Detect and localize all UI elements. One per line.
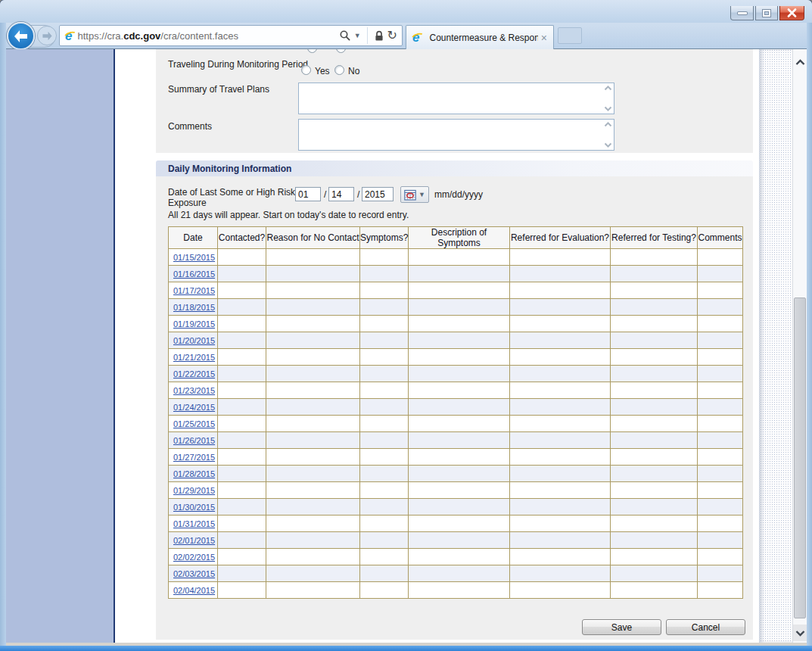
entry-cell[interactable] xyxy=(409,299,510,316)
entry-cell[interactable] xyxy=(698,382,743,399)
entry-cell[interactable] xyxy=(218,499,266,516)
entry-cell[interactable] xyxy=(360,449,409,466)
scroll-up-button[interactable] xyxy=(793,54,807,70)
search-caret-icon[interactable]: ▼ xyxy=(354,32,361,39)
entry-cell[interactable] xyxy=(698,499,743,516)
entry-cell[interactable] xyxy=(409,466,510,482)
entry-cell[interactable] xyxy=(510,482,611,499)
date-link[interactable]: 01/15/2015 xyxy=(173,253,215,262)
entry-cell[interactable] xyxy=(360,366,409,382)
entry-cell[interactable] xyxy=(409,349,510,366)
entry-cell[interactable] xyxy=(510,416,611,432)
entry-cell[interactable] xyxy=(510,299,611,316)
minimize-button[interactable] xyxy=(730,6,754,20)
entry-cell[interactable] xyxy=(698,366,743,382)
entry-cell[interactable] xyxy=(360,399,409,416)
date-link[interactable]: 01/16/2015 xyxy=(173,269,215,279)
date-link[interactable]: 01/19/2015 xyxy=(173,319,215,329)
date-link[interactable]: 01/20/2015 xyxy=(173,336,215,345)
entry-cell[interactable] xyxy=(510,282,611,299)
entry-cell[interactable] xyxy=(409,249,510,266)
entry-cell[interactable] xyxy=(360,482,409,499)
exposure-day-input[interactable] xyxy=(328,187,354,201)
entry-cell[interactable] xyxy=(698,299,743,316)
entry-cell[interactable] xyxy=(510,549,611,565)
entry-cell[interactable] xyxy=(266,282,360,299)
entry-cell[interactable] xyxy=(360,416,409,432)
entry-cell[interactable] xyxy=(698,449,743,466)
entry-cell[interactable] xyxy=(698,282,743,299)
entry-cell[interactable] xyxy=(698,549,743,565)
entry-cell[interactable] xyxy=(218,416,266,432)
entry-cell[interactable] xyxy=(360,332,409,349)
entry-cell[interactable] xyxy=(409,266,510,282)
entry-cell[interactable] xyxy=(360,549,409,565)
entry-cell[interactable] xyxy=(611,549,698,565)
entry-cell[interactable] xyxy=(266,332,360,349)
entry-cell[interactable] xyxy=(409,366,510,382)
entry-cell[interactable] xyxy=(611,332,698,349)
entry-cell[interactable] xyxy=(698,432,743,449)
entry-cell[interactable] xyxy=(409,332,510,349)
entry-cell[interactable] xyxy=(360,499,409,516)
entry-cell[interactable] xyxy=(218,382,266,399)
exposure-year-input[interactable] xyxy=(362,187,394,201)
entry-cell[interactable] xyxy=(698,466,743,482)
entry-cell[interactable] xyxy=(698,399,743,416)
date-link[interactable]: 01/22/2015 xyxy=(173,369,215,378)
entry-cell[interactable] xyxy=(409,532,510,549)
close-window-button[interactable] xyxy=(779,6,804,20)
entry-cell[interactable] xyxy=(611,565,698,582)
entry-cell[interactable] xyxy=(360,282,409,299)
entry-cell[interactable] xyxy=(266,499,360,516)
entry-cell[interactable] xyxy=(611,299,698,316)
save-button[interactable]: Save xyxy=(582,619,661,635)
forward-button[interactable] xyxy=(37,26,57,45)
entry-cell[interactable] xyxy=(266,266,360,282)
entry-cell[interactable] xyxy=(510,565,611,582)
radio-cutoff-right[interactable] xyxy=(336,49,346,53)
date-link[interactable]: 01/30/2015 xyxy=(173,503,215,512)
comments-textarea[interactable] xyxy=(298,119,614,151)
entry-cell[interactable] xyxy=(218,266,266,282)
date-link[interactable]: 01/31/2015 xyxy=(173,519,215,528)
entry-cell[interactable] xyxy=(611,516,698,532)
radio-yes[interactable] xyxy=(301,65,311,75)
entry-cell[interactable] xyxy=(510,432,611,449)
date-link[interactable]: 01/29/2015 xyxy=(173,486,215,495)
entry-cell[interactable] xyxy=(218,249,266,266)
entry-cell[interactable] xyxy=(218,565,266,582)
entry-cell[interactable] xyxy=(218,466,266,482)
entry-cell[interactable] xyxy=(409,399,510,416)
entry-cell[interactable] xyxy=(510,382,611,399)
back-button[interactable] xyxy=(7,22,35,50)
entry-cell[interactable] xyxy=(611,349,698,366)
entry-cell[interactable] xyxy=(360,299,409,316)
entry-cell[interactable] xyxy=(360,582,409,599)
date-link[interactable]: 01/23/2015 xyxy=(173,386,215,395)
entry-cell[interactable] xyxy=(266,466,360,482)
entry-cell[interactable] xyxy=(360,249,409,266)
entry-cell[interactable] xyxy=(218,299,266,316)
entry-cell[interactable] xyxy=(266,299,360,316)
entry-cell[interactable] xyxy=(611,316,698,332)
entry-cell[interactable] xyxy=(266,582,360,599)
entry-cell[interactable] xyxy=(611,382,698,399)
radio-no[interactable] xyxy=(334,65,344,75)
entry-cell[interactable] xyxy=(360,432,409,449)
entry-cell[interactable] xyxy=(218,432,266,449)
entry-cell[interactable] xyxy=(360,349,409,366)
cancel-button[interactable]: Cancel xyxy=(666,619,745,635)
entry-cell[interactable] xyxy=(360,466,409,482)
entry-cell[interactable] xyxy=(698,482,743,499)
date-link[interactable]: 01/17/2015 xyxy=(173,286,215,295)
entry-cell[interactable] xyxy=(266,399,360,416)
date-link[interactable]: 01/28/2015 xyxy=(173,469,215,478)
entry-cell[interactable] xyxy=(611,266,698,282)
entry-cell[interactable] xyxy=(218,549,266,565)
date-link[interactable]: 01/21/2015 xyxy=(173,353,215,362)
tab-close-icon[interactable]: × xyxy=(541,33,547,43)
entry-cell[interactable] xyxy=(510,266,611,282)
entry-cell[interactable] xyxy=(510,499,611,516)
entry-cell[interactable] xyxy=(611,366,698,382)
